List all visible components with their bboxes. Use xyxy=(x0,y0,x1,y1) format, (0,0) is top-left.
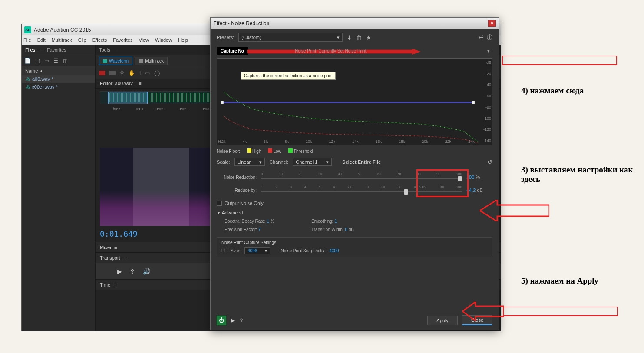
move-tool-icon[interactable]: ✥ xyxy=(120,70,124,76)
files-toolbar: 📄 ▢ ▭ ☰ 🗑 xyxy=(22,55,95,66)
tool-icon[interactable] xyxy=(99,71,105,75)
noise-print-status: Noise Print: Currently Set Noise Print xyxy=(295,49,367,53)
capture-tooltip: Captures the current selection as a nois… xyxy=(241,72,336,80)
annotation-text-3: 3) выставляем настройки как здесь xyxy=(521,165,634,184)
menu-help[interactable]: Help xyxy=(178,37,188,43)
dialog-footer: ⏻ ▶ ⇪ Apply Close xyxy=(217,310,492,325)
noise-print-capture-settings: Noise Print Capture Settings FFT Size: 4… xyxy=(217,237,492,257)
menu-edit[interactable]: Edit xyxy=(37,37,46,43)
channel-dropdown[interactable]: Channel 1▾ xyxy=(293,158,332,166)
multitrack-view-button[interactable]: Multitrack xyxy=(135,57,168,65)
graph-menu-icon[interactable]: ▾≡ xyxy=(487,48,492,54)
marquee-icon[interactable]: ▭ xyxy=(145,70,150,76)
save-preset-icon[interactable]: ⬇ xyxy=(347,34,352,41)
time-select-icon[interactable]: I xyxy=(139,70,141,76)
fft-size-dropdown[interactable]: 4096▾ xyxy=(244,247,270,254)
presets-label: Presets: xyxy=(217,35,234,40)
delete-preset-icon[interactable]: 🗑 xyxy=(356,34,362,41)
annotation-text-5: 5) нажмаем на Apply xyxy=(521,276,598,286)
output-noise-only-label: Output Noise Only xyxy=(225,201,264,206)
dialog-titlebar: Effect - Noise Reduction ✕ xyxy=(211,18,499,29)
waveform-icon: ⁂ xyxy=(26,77,30,82)
folder-icon[interactable]: ▭ xyxy=(44,58,49,64)
hand-tool-icon[interactable]: ✋ xyxy=(129,70,135,76)
select-entire-file-button[interactable]: Select Entire File xyxy=(342,159,381,165)
snapshots-value[interactable]: 4000 xyxy=(329,248,339,253)
power-toggle-button[interactable]: ⏻ xyxy=(217,316,226,325)
lasso-icon[interactable]: ◯ xyxy=(154,70,160,76)
reset-icon[interactable]: ↺ xyxy=(487,158,492,165)
file-item-k00c[interactable]: ⁂к00с+.wav * xyxy=(22,83,95,91)
files-panel: Files≡ Favorites 📄 ▢ ▭ ☰ 🗑 Name▲ ⁂a00.wa… xyxy=(22,45,96,331)
play-icon[interactable]: ▶ xyxy=(117,268,122,275)
tool-icon[interactable] xyxy=(109,71,116,75)
noise-reduction-label: Noise Reduction: xyxy=(217,175,257,180)
svg-rect-2 xyxy=(472,101,475,104)
spectrum-graph[interactable]: dB -20 -40 -60 -80 -100 -120 -140 Hz 2k4… xyxy=(217,58,492,145)
annotation-arrow-5 xyxy=(462,302,504,321)
loop-icon[interactable]: ⇪ xyxy=(239,317,244,323)
tab-favorites[interactable]: Favorites xyxy=(47,47,66,53)
transport-panel-label[interactable]: Transport xyxy=(100,255,120,261)
svg-rect-1 xyxy=(221,101,223,104)
export-icon[interactable]: ⇪ xyxy=(130,268,135,275)
dialog-title: Effect - Noise Reduction xyxy=(213,20,269,26)
chevron-down-icon: ▾ xyxy=(265,248,267,253)
info-icon[interactable]: ⓘ xyxy=(487,33,492,41)
scale-label: Scale: xyxy=(217,159,230,165)
noise-reduction-value[interactable]: 100 % xyxy=(466,175,492,180)
menu-favorites[interactable]: Favorites xyxy=(113,37,132,43)
menu-clip[interactable]: Clip xyxy=(78,37,86,43)
app-logo: Au xyxy=(24,26,31,33)
tools-label: Tools xyxy=(99,47,110,53)
open-file-icon[interactable]: 📄 xyxy=(24,58,31,64)
advanced-settings: Spectral Decay Rate: 1 % Smoothing: 1 Pr… xyxy=(217,219,492,232)
favorite-icon[interactable]: ★ xyxy=(366,34,371,41)
preview-play-icon[interactable]: ▶ xyxy=(231,317,235,323)
name-column-header: Name▲ xyxy=(22,66,95,75)
annotation-highlight-box xyxy=(416,169,469,197)
list-icon[interactable]: ☰ xyxy=(53,58,58,64)
chevron-down-icon: ▾ xyxy=(337,35,340,40)
waveform-icon: ⁂ xyxy=(26,85,30,89)
advanced-section-toggle[interactable]: Advanced xyxy=(217,210,492,215)
time-panel-label[interactable]: Time xyxy=(100,282,110,287)
app-title: Adobe Audition CC 2015 xyxy=(34,27,91,33)
reduce-by-value[interactable]: 44,2 dB xyxy=(466,188,492,193)
mixer-panel-label[interactable]: Mixer xyxy=(100,245,112,250)
annotation-arrow-3 xyxy=(480,200,549,221)
new-file-icon[interactable]: ▢ xyxy=(35,58,40,64)
menu-multitrack[interactable]: Multitrack xyxy=(52,37,72,43)
apply-button[interactable]: Apply xyxy=(427,316,458,325)
noise-reduction-dialog: Effect - Noise Reduction ✕ Presets: (Cus… xyxy=(210,17,499,330)
capture-noise-print-button[interactable]: Capture No xyxy=(217,47,248,55)
menu-effects[interactable]: Effects xyxy=(92,37,107,43)
reduce-by-label: Reduce by: xyxy=(217,188,257,193)
volume-icon[interactable]: 🔊 xyxy=(143,268,150,275)
file-item-a00[interactable]: ⁂a00.wav * xyxy=(22,75,95,83)
channel-label: Channel: xyxy=(269,159,288,165)
menu-file[interactable]: File xyxy=(23,37,31,43)
chevron-down-icon: ▾ xyxy=(259,159,262,165)
tab-files[interactable]: Files xyxy=(25,47,35,53)
annotation-box-4 xyxy=(502,56,617,65)
output-noise-only-checkbox[interactable] xyxy=(217,201,222,206)
chevron-down-icon: ▾ xyxy=(326,159,329,165)
settings-icon[interactable]: ⇄ xyxy=(479,33,483,41)
trash-icon[interactable]: 🗑 xyxy=(63,58,68,64)
annotation-text-4: 4) нажмаем сюда xyxy=(521,86,584,96)
graph-legend: Noise Floor: High Low Threshold xyxy=(217,148,492,154)
waveform-view-button[interactable]: Waveform xyxy=(99,57,132,65)
menu-view[interactable]: View xyxy=(139,37,149,43)
annotation-box-5 xyxy=(503,307,618,316)
scale-dropdown[interactable]: Linear▾ xyxy=(234,158,265,166)
presets-dropdown[interactable]: (Custom)▾ xyxy=(238,33,343,42)
dialog-close-button[interactable]: ✕ xyxy=(488,20,496,27)
menu-window[interactable]: Window xyxy=(155,37,172,43)
